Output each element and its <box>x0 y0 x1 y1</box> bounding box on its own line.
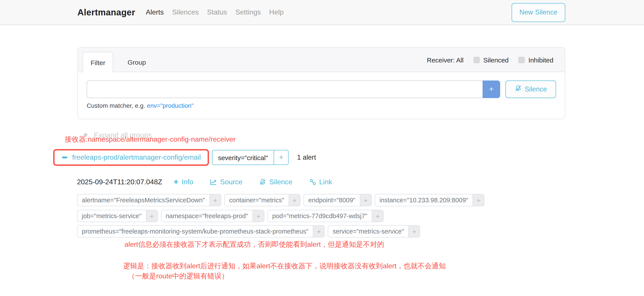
annotation-logic-note-2: （一般是route中的逻辑有错误） <box>128 272 228 281</box>
annotation-logic-note: 逻辑是：接收器收到alert后进行通知，如果alert不在接收器下，说明接收器没… <box>123 262 446 271</box>
annotation-alert-note: alert信息必须在接收器下才表示配置成功，否则即使能看到alert，但是通知是… <box>124 240 384 250</box>
add-label-filter-button[interactable]: + <box>210 194 221 206</box>
matcher-input[interactable] <box>87 80 482 98</box>
add-label-filter-button[interactable]: + <box>408 226 420 237</box>
label-text: alertname="FreeleapsMetricsServiceDown" <box>78 194 210 206</box>
alert-label-tag: endpoint="8009" + <box>304 194 372 206</box>
label-text: instance="10.233.98.209:8009" <box>375 194 473 206</box>
inhibited-checkbox-label: Inhibited <box>528 56 554 64</box>
minus-icon <box>62 157 67 158</box>
app-brand[interactable]: Alertmanager <box>78 7 135 17</box>
main-nav: Alerts Silences Status Settings Help <box>146 8 284 16</box>
info-label: Info <box>182 178 193 186</box>
add-label-filter-button[interactable]: + <box>372 210 383 222</box>
nav-item-status[interactable]: Status <box>207 8 227 16</box>
label-text: job="metrics-service" <box>78 210 146 222</box>
matcher-hint: Custom matcher, e.g. env="production" <box>87 102 556 109</box>
alert-permalink[interactable]: Link <box>309 178 332 186</box>
receiver-group-row: freeleaps-prod/alertmanager-config/email… <box>53 149 316 166</box>
alert-labels-row: alertname="FreeleapsMetricsServiceDown" … <box>77 194 484 206</box>
label-text: namespace="freeleaps-prod" <box>161 210 252 222</box>
add-label-filter-button[interactable]: + <box>146 210 157 222</box>
add-label-filter-button[interactable]: + <box>252 210 264 222</box>
label-text: pod="metrics-77d9cdb497-wdsj7" <box>268 210 372 222</box>
filter-panel-body: + Silence Custom matcher, e.g. env="prod <box>78 72 565 109</box>
add-group-matcher-button[interactable]: + <box>274 150 288 164</box>
alert-label-tag: pod="metrics-77d9cdb497-wdsj7" + <box>268 210 384 222</box>
bell-slash-icon <box>514 85 522 94</box>
nav-item-help[interactable]: Help <box>269 8 284 16</box>
add-matcher-button[interactable]: + <box>482 80 500 98</box>
label-text: container="metrics" <box>225 194 288 206</box>
link-label: Link <box>319 178 332 186</box>
alert-label-tag: service="metrics-service" + <box>328 225 420 238</box>
filter-panel-header: Filter Group Receiver: All Silenced Inhi… <box>78 48 565 72</box>
filter-options: Receiver: All Silenced Inhibited <box>427 48 554 72</box>
label-text: prometheus="freeleaps-monitoring-system/… <box>78 226 313 237</box>
add-label-filter-button[interactable]: + <box>360 194 371 206</box>
alert-labels-row: job="metrics-service" + namespace="freel… <box>77 210 384 222</box>
receiver-group-toggle[interactable]: freeleaps-prod/alertmanager-config/email <box>54 150 208 164</box>
silence-filter-button[interactable]: Silence <box>506 80 556 98</box>
alert-count: 1 alert <box>297 154 316 162</box>
alert-label-tag: instance="10.233.98.209:8009" + <box>374 194 484 206</box>
receiver-filter-dropdown[interactable]: Receiver: All <box>427 56 464 64</box>
alert-labels-row: prometheus="freeleaps-monitoring-system/… <box>77 225 420 238</box>
bell-slash-icon <box>259 178 266 186</box>
chart-icon <box>210 178 217 186</box>
silenced-filter-checkbox[interactable]: Silenced <box>473 56 508 64</box>
filter-panel: Filter Group Receiver: All Silenced Inhi… <box>78 47 565 119</box>
tab-filter[interactable]: Filter <box>83 52 113 72</box>
matcher-hint-text: Custom matcher, e.g. <box>87 102 145 109</box>
info-toggle-link[interactable]: + Info <box>174 178 193 186</box>
nav-item-silences[interactable]: Silences <box>172 8 199 16</box>
new-silence-button[interactable]: New Silence <box>512 3 565 22</box>
matcher-row: + Silence <box>87 80 556 98</box>
alert-label-tag: alertname="FreeleapsMetricsServiceDown" … <box>77 194 221 206</box>
tab-group[interactable]: Group <box>120 52 153 72</box>
add-label-filter-button[interactable]: + <box>473 194 484 206</box>
alert-timestamp: 2025-09-24T11:20:07.048Z <box>77 178 162 186</box>
alertmanager-app: Alertmanager Alerts Silences Status Sett… <box>0 0 644 296</box>
annotation-receiver-note: 接收器:namespace/altermanager-config-name/r… <box>65 135 236 144</box>
nav-item-settings[interactable]: Settings <box>235 8 261 16</box>
checkbox-icon[interactable] <box>518 56 525 63</box>
alert-label-tag: namespace="freeleaps-prod" + <box>161 210 264 222</box>
silenced-checkbox-label: Silenced <box>483 56 508 64</box>
group-matcher-chip: severity="critical" + <box>212 150 288 165</box>
silence-button-label: Silence <box>524 85 547 93</box>
alert-header-row: 2025-09-24T11:20:07.048Z + Info Source <box>77 178 349 186</box>
alert-label-tag: job="metrics-service" + <box>77 210 158 222</box>
label-text: endpoint="8009" <box>304 194 360 206</box>
link-icon <box>309 178 316 186</box>
add-label-filter-button[interactable]: + <box>313 226 324 237</box>
plus-icon: + <box>174 178 178 186</box>
matcher-input-group: + <box>87 80 500 98</box>
silence-alert-link[interactable]: Silence <box>259 178 292 186</box>
alert-label-tag: prometheus="freeleaps-monitoring-system/… <box>77 225 325 238</box>
matcher-example-link[interactable]: env="production" <box>147 102 194 109</box>
annotation-highlight-box: freeleaps-prod/alertmanager-config/email <box>53 149 209 166</box>
inhibited-filter-checkbox[interactable]: Inhibited <box>518 56 554 64</box>
receiver-group-name: freeleaps-prod/alertmanager-config/email <box>72 154 201 162</box>
add-label-filter-button[interactable]: + <box>288 194 300 206</box>
alert-label-tag: container="metrics" + <box>224 194 300 206</box>
source-link[interactable]: Source <box>210 178 242 186</box>
group-matcher-text: severity="critical" <box>212 150 274 164</box>
top-navbar: Alertmanager Alerts Silences Status Sett… <box>0 0 644 25</box>
nav-item-alerts[interactable]: Alerts <box>146 8 164 16</box>
label-text: service="metrics-service" <box>328 226 408 237</box>
checkbox-icon[interactable] <box>473 56 480 63</box>
source-label: Source <box>220 178 242 186</box>
silence-label: Silence <box>269 178 292 186</box>
